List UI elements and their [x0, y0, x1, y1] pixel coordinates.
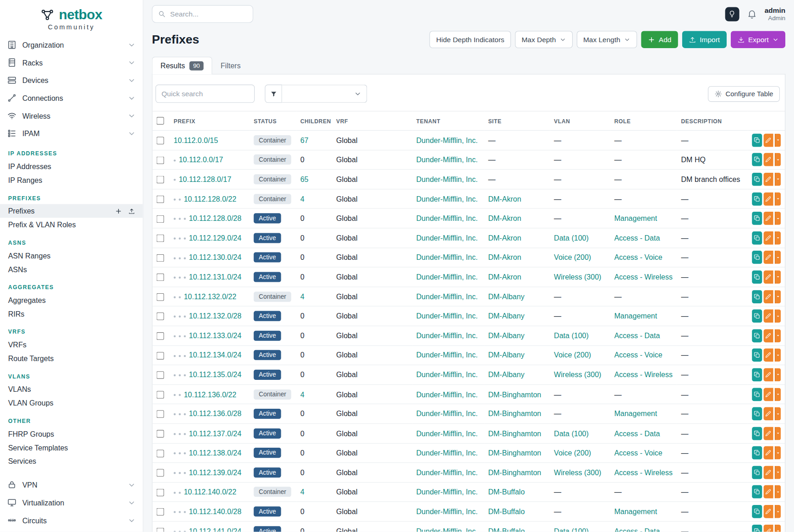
role-link[interactable]: Access - Wireless	[614, 468, 673, 477]
edit-button[interactable]	[763, 427, 773, 440]
site-link[interactable]: DM-Buffalo	[488, 527, 525, 532]
prefix-link[interactable]: 10.112.138.0/24	[189, 449, 241, 457]
edit-button[interactable]	[763, 446, 773, 460]
children-count-link[interactable]: 4	[300, 292, 304, 301]
edit-button[interactable]	[763, 153, 773, 166]
prefix-link[interactable]: 10.112.132.0/28	[189, 312, 241, 320]
site-link[interactable]: DM-Binghamton	[488, 468, 541, 477]
row-checkbox[interactable]	[157, 469, 164, 477]
add-button[interactable]: Add	[641, 31, 678, 48]
edit-dropdown-caret[interactable]	[775, 192, 781, 206]
clone-button[interactable]	[752, 231, 762, 245]
tenant-link[interactable]: Dunder-Mifflin, Inc.	[416, 371, 477, 379]
role-link[interactable]: Access - Voice	[614, 449, 663, 457]
clone-button[interactable]	[752, 407, 762, 421]
global-search-input[interactable]	[170, 10, 247, 18]
sidebar-item-vrfs[interactable]: VRFs	[0, 338, 143, 351]
role-link[interactable]: Access - Data	[614, 332, 660, 340]
sidebar-item-prefixes[interactable]: Prefixes	[0, 204, 143, 218]
role-link[interactable]: Management	[614, 508, 657, 516]
site-link[interactable]: DM-Albany	[488, 292, 524, 301]
sidebar-item-services[interactable]: Services	[0, 454, 143, 468]
clone-button[interactable]	[752, 329, 762, 342]
clone-button[interactable]	[752, 270, 762, 284]
site-link[interactable]: DM-Akron	[488, 234, 521, 242]
netbox-logo[interactable]: netbox	[0, 0, 143, 23]
site-link[interactable]: DM-Akron	[488, 273, 521, 281]
tenant-link[interactable]: Dunder-Mifflin, Inc.	[416, 508, 477, 516]
edit-button[interactable]	[763, 388, 773, 401]
column-header-children[interactable]: CHILDREN	[296, 111, 332, 131]
sidebar-item-service-templates[interactable]: Service Templates	[0, 441, 143, 455]
edit-button[interactable]	[763, 192, 773, 206]
vlan-link[interactable]: Data (100)	[554, 527, 589, 532]
row-checkbox[interactable]	[157, 176, 164, 184]
column-header-site[interactable]: SITE	[484, 111, 550, 131]
edit-button[interactable]	[763, 290, 773, 303]
prefix-link[interactable]: 10.112.141.0/24	[189, 527, 241, 532]
site-link[interactable]: DM-Binghamton	[488, 449, 541, 457]
tenant-link[interactable]: Dunder-Mifflin, Inc.	[416, 429, 477, 438]
prefix-link[interactable]: 10.112.132.0/22	[184, 292, 236, 301]
edit-dropdown-caret[interactable]	[775, 466, 781, 479]
prefix-link[interactable]: 10.112.0.0/15	[174, 136, 218, 144]
role-link[interactable]: Access - Data	[614, 527, 660, 532]
sidebar-item-route-targets[interactable]: Route Targets	[0, 351, 143, 365]
prefix-link[interactable]: 10.112.128.0/28	[189, 214, 241, 223]
edit-dropdown-caret[interactable]	[775, 173, 781, 186]
edit-dropdown-caret[interactable]	[775, 153, 781, 166]
edit-dropdown-caret[interactable]	[775, 134, 781, 147]
tenant-link[interactable]: Dunder-Mifflin, Inc.	[416, 410, 477, 418]
prefix-link[interactable]: 10.112.128.0/17	[179, 175, 231, 183]
prefix-link[interactable]: 10.112.134.0/24	[189, 351, 241, 359]
row-checkbox[interactable]	[157, 371, 164, 379]
tenant-link[interactable]: Dunder-Mifflin, Inc.	[416, 253, 477, 262]
edit-button[interactable]	[763, 309, 773, 323]
column-header-vrf[interactable]: VRF	[332, 111, 412, 131]
site-link[interactable]: DM-Akron	[488, 214, 521, 223]
tenant-link[interactable]: Dunder-Mifflin, Inc.	[416, 488, 477, 496]
edit-dropdown-caret[interactable]	[775, 427, 781, 440]
row-checkbox[interactable]	[157, 488, 164, 496]
edit-button[interactable]	[763, 329, 773, 342]
site-link[interactable]: DM-Buffalo	[488, 488, 525, 496]
row-checkbox[interactable]	[157, 430, 164, 438]
column-header-prefix[interactable]: PREFIX	[170, 111, 250, 131]
edit-dropdown-caret[interactable]	[775, 505, 781, 518]
edit-button[interactable]	[763, 270, 773, 284]
role-link[interactable]: Access - Data	[614, 429, 660, 438]
clone-button[interactable]	[752, 290, 762, 303]
prefix-link[interactable]: 10.112.136.0/22	[184, 390, 236, 399]
column-header-vlan[interactable]: VLAN	[550, 111, 610, 131]
clone-button[interactable]	[752, 309, 762, 323]
edit-button[interactable]	[763, 349, 773, 362]
tenant-link[interactable]: Dunder-Mifflin, Inc.	[416, 332, 477, 340]
prefix-link[interactable]: 10.112.129.0/24	[189, 234, 241, 242]
row-checkbox[interactable]	[157, 156, 164, 164]
hide-depth-indicators-button[interactable]: Hide Depth Indicators	[430, 31, 511, 48]
vlan-link[interactable]: Wireless (300)	[554, 468, 601, 477]
column-header-tenant[interactable]: TENANT	[412, 111, 484, 131]
site-link[interactable]: DM-Albany	[488, 371, 524, 379]
row-checkbox[interactable]	[157, 528, 164, 532]
row-checkbox[interactable]	[157, 352, 164, 360]
quick-import-button[interactable]	[126, 206, 137, 216]
edit-dropdown-caret[interactable]	[775, 388, 781, 401]
sidebar-item-ipam[interactable]: IPAM	[0, 125, 143, 143]
row-checkbox[interactable]	[157, 411, 164, 418]
prefix-link[interactable]: 10.112.130.0/24	[189, 253, 241, 262]
site-link[interactable]: DM-Akron	[488, 253, 521, 262]
clone-button[interactable]	[752, 505, 762, 518]
tenant-link[interactable]: Dunder-Mifflin, Inc.	[416, 351, 477, 359]
edit-button[interactable]	[763, 505, 773, 518]
vlan-link[interactable]: Voice (200)	[554, 449, 591, 457]
theme-toggle-button[interactable]	[725, 7, 739, 21]
sidebar-item-devices[interactable]: Devices	[0, 71, 143, 89]
site-link[interactable]: DM-Binghamton	[488, 410, 541, 418]
prefix-link[interactable]: 10.112.131.0/24	[189, 273, 241, 281]
tenant-link[interactable]: Dunder-Mifflin, Inc.	[416, 390, 477, 399]
sidebar-item-rirs[interactable]: RIRs	[0, 307, 143, 321]
vlan-link[interactable]: Wireless (300)	[554, 371, 601, 379]
clone-button[interactable]	[752, 192, 762, 206]
clone-button[interactable]	[752, 349, 762, 362]
